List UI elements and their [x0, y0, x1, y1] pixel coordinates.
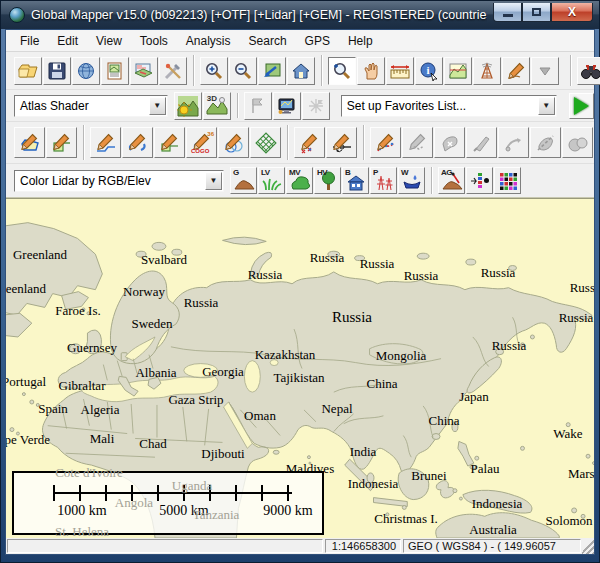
menu-item-edit[interactable]: Edit	[49, 32, 86, 50]
menu-item-gps[interactable]: GPS	[297, 32, 338, 50]
save-button[interactable]	[43, 57, 71, 85]
zoom-out-button[interactable]	[229, 57, 257, 85]
range-rings-button[interactable]	[218, 127, 249, 158]
scale-tick	[287, 485, 289, 501]
create-grid-button[interactable]	[250, 127, 281, 158]
map-label: Solomon Is.	[546, 513, 594, 529]
feature-info-button[interactable]: i	[415, 57, 443, 85]
create-line-icon	[95, 132, 117, 154]
measure-tool-button[interactable]	[386, 57, 414, 85]
maximize-button[interactable]	[522, 3, 551, 22]
window-title: Global Mapper v15.0 (b092213) [+OTF] [+L…	[31, 8, 487, 22]
chevron-down-icon	[537, 63, 553, 79]
map-label: Indonesia	[472, 496, 523, 512]
combine-features-button[interactable]	[562, 127, 593, 158]
resize-grip[interactable]	[582, 538, 594, 554]
zoom-to-data-button[interactable]	[258, 57, 286, 85]
menu-item-search[interactable]: Search	[241, 32, 295, 50]
config-tools-button[interactable]	[159, 57, 187, 85]
lidar-noise-filter-button[interactable]	[466, 167, 493, 194]
map-label: Japan	[459, 389, 489, 405]
map-label: Guernsey	[67, 340, 117, 356]
view-shed-button[interactable]	[473, 57, 501, 85]
map-label: Albania	[135, 365, 176, 381]
close-button[interactable]: X	[551, 3, 593, 22]
lidar-low-veg-button[interactable]: LV	[258, 167, 285, 194]
favorites-combo-value: Set up Favorites List...	[342, 99, 538, 113]
cogo-button[interactable]: 36COGO	[186, 127, 217, 158]
menu-item-view[interactable]: View	[88, 32, 130, 50]
create-curve-button[interactable]	[122, 127, 153, 158]
more-tools-dropdown[interactable]	[531, 57, 559, 85]
insert-vertex-button[interactable]	[326, 127, 357, 158]
shader-combo[interactable]: Atlas Shader ▼	[14, 95, 168, 117]
search-button[interactable]	[577, 57, 600, 85]
scale-tick	[157, 485, 159, 501]
map-label: China	[366, 376, 397, 392]
move-feature-button[interactable]	[434, 127, 465, 158]
lidar-high-veg-button[interactable]: HV	[314, 167, 341, 194]
create-points-button[interactable]	[294, 127, 325, 158]
record-track-button[interactable]	[370, 127, 401, 158]
lidar-auto-ground-button[interactable]: AG	[438, 167, 465, 194]
full-view-button[interactable]	[287, 57, 315, 85]
minimize-button[interactable]	[493, 3, 522, 22]
create-rectangle-button[interactable]	[154, 127, 185, 158]
close-icon: X	[568, 5, 576, 19]
export-layers-icon	[133, 61, 155, 81]
map-label: Portugal	[6, 374, 46, 390]
export-button[interactable]	[130, 57, 158, 85]
info-icon: i	[419, 61, 439, 81]
run-favorite-button[interactable]	[569, 93, 594, 119]
open-file-button[interactable]	[14, 57, 42, 85]
shader-combo-arrow-icon[interactable]: ▼	[149, 97, 166, 115]
digitizer-button[interactable]	[502, 57, 530, 85]
menu-item-analysis[interactable]: Analysis	[178, 32, 239, 50]
lidar-med-veg-button[interactable]: MV	[286, 167, 313, 194]
lidar-water-button[interactable]: W	[398, 167, 425, 194]
edit-features-button[interactable]	[402, 127, 433, 158]
favorites-combo-arrow-icon[interactable]: ▼	[538, 97, 555, 115]
map-label: India	[350, 444, 377, 460]
zoom-in-button[interactable]	[200, 57, 228, 85]
gps-flag-button[interactable]	[244, 92, 272, 120]
menu-item-help[interactable]: Help	[340, 32, 381, 50]
menu-item-file[interactable]: File	[12, 32, 47, 50]
zoom-tool-button[interactable]	[328, 57, 356, 85]
map-label: Wake	[553, 426, 582, 442]
svg-text:i: i	[426, 64, 429, 76]
download-online-button[interactable]	[72, 57, 100, 85]
map-catalog-button[interactable]	[101, 57, 129, 85]
lidar-combo-arrow-icon[interactable]: ▼	[205, 172, 222, 190]
save-floppy-icon	[47, 61, 67, 81]
3d-view-button[interactable]: 3D	[203, 92, 231, 120]
lidar-color-grid-button[interactable]	[494, 167, 521, 194]
screen-capture-button[interactable]	[273, 92, 301, 120]
map-canvas[interactable]: 1000 km5000 km9000 km GreenlandGreenland…	[6, 198, 594, 538]
grid-icon	[255, 132, 277, 154]
path-profile-button[interactable]	[444, 57, 472, 85]
map-label: Chad	[139, 436, 166, 452]
play-icon	[574, 97, 589, 115]
delete-feature-button[interactable]	[466, 127, 497, 158]
create-point-button[interactable]	[46, 127, 77, 158]
split-feature-button[interactable]	[530, 127, 561, 158]
map-label: Russia	[360, 256, 395, 272]
reshape-feature-button[interactable]	[498, 127, 529, 158]
delete-feature-icon-disabled	[471, 132, 493, 154]
minimize-icon	[503, 14, 513, 17]
toolbar-viewer: Atlas Shader ▼ 3D Set up Favorites List.…	[6, 90, 594, 122]
shader-options-button[interactable]	[174, 92, 202, 120]
lidar-powerline-button[interactable]: P	[370, 167, 397, 194]
lidar-combo[interactable]: Color Lidar by RGB/Elev ▼	[14, 170, 224, 192]
lidar-ground-button[interactable]: G	[230, 167, 257, 194]
create-area-button[interactable]	[14, 127, 45, 158]
toolbar-file-view: i	[6, 52, 594, 90]
favorites-combo[interactable]: Set up Favorites List... ▼	[341, 95, 557, 117]
pan-tool-button[interactable]	[357, 57, 385, 85]
lidar-building-button[interactable]: B	[342, 167, 369, 194]
gps-vector-button[interactable]	[302, 92, 330, 120]
create-line-button[interactable]	[90, 127, 121, 158]
menu-item-tools[interactable]: Tools	[132, 32, 176, 50]
map-label: Marshall Is.	[568, 466, 594, 482]
